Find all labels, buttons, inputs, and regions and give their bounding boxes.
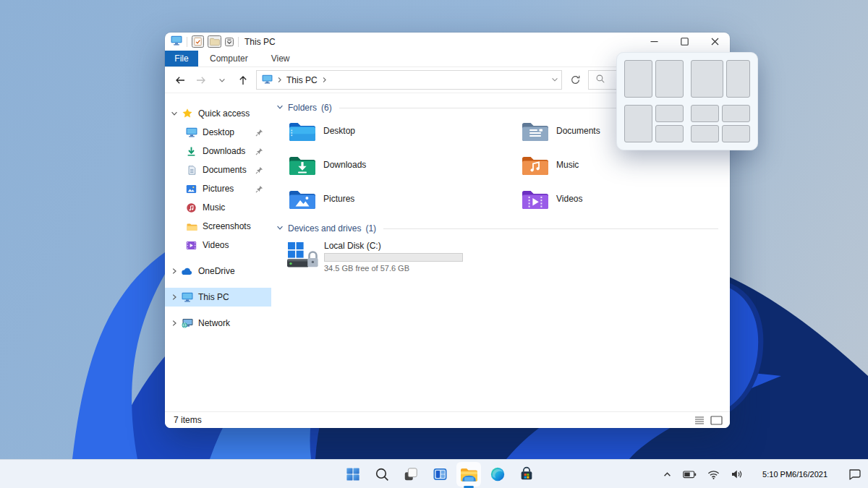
- title-bar: This PC: [165, 33, 730, 51]
- volume-icon[interactable]: [731, 469, 742, 479]
- notification-bubble-icon[interactable]: [848, 468, 861, 480]
- new-folder-button[interactable]: [208, 35, 221, 48]
- address-dropdown-chevron-icon[interactable]: [551, 75, 558, 85]
- taskbar-clock[interactable]: 5:10 PM 6/16/2021: [762, 470, 827, 479]
- snap-layout-four-quadrants[interactable]: [691, 105, 750, 142]
- folder-tile-desktop[interactable]: Desktop: [289, 117, 522, 145]
- drive-free-space: 34.5 GB free of 57.6 GB: [324, 264, 463, 273]
- local-disk-bitlocker-icon: [286, 240, 318, 273]
- search-button[interactable]: [367, 460, 396, 488]
- snap-layout-left-large-right-stacked[interactable]: [624, 105, 684, 142]
- star-icon: [181, 108, 193, 120]
- back-icon[interactable]: [172, 72, 188, 88]
- close-button[interactable]: [699, 33, 730, 51]
- forward-icon[interactable]: [193, 72, 209, 88]
- chevron-right-icon[interactable]: [169, 267, 179, 275]
- folder-videos-icon: [522, 188, 549, 210]
- sidebar-item-desktop[interactable]: Desktop: [165, 123, 271, 142]
- section-header-devices[interactable]: Devices and drives (1): [273, 221, 730, 236]
- task-view-button[interactable]: [396, 460, 425, 488]
- file-explorer-button[interactable]: [454, 460, 483, 488]
- divider: [383, 228, 718, 229]
- section-count: (6): [321, 103, 332, 113]
- battery-icon[interactable]: [683, 471, 697, 479]
- address-bar[interactable]: This PC: [256, 70, 562, 90]
- folder-tile-downloads[interactable]: Downloads: [289, 151, 522, 179]
- breadcrumb-chevron-icon[interactable]: [321, 75, 328, 85]
- sidebar-item-quick-access[interactable]: Quick access: [165, 104, 271, 123]
- taskbar-center-icons: [339, 460, 541, 488]
- downloads-icon: [185, 145, 197, 158]
- snap-zone[interactable]: [722, 125, 750, 142]
- snap-zone[interactable]: [691, 125, 719, 142]
- properties-button[interactable]: [192, 35, 204, 48]
- document-icon: [185, 164, 197, 176]
- snap-zone[interactable]: [655, 125, 684, 142]
- drive-label: Local Disk (C:): [324, 241, 463, 251]
- snap-zone[interactable]: [624, 60, 652, 98]
- breadcrumb-chevron-icon[interactable]: [276, 75, 283, 85]
- minimize-button[interactable]: [639, 33, 669, 51]
- snap-layouts-flyout: [616, 52, 758, 150]
- chevron-down-icon[interactable]: [276, 223, 284, 234]
- snap-zone[interactable]: [722, 105, 750, 122]
- sidebar-item-onedrive[interactable]: OneDrive: [165, 262, 271, 281]
- chevron-right-icon[interactable]: [169, 294, 179, 301]
- sidebar-item-label: Quick access: [198, 108, 250, 119]
- sidebar-item-screenshots[interactable]: Screenshots: [165, 217, 271, 236]
- pin-icon: [255, 129, 263, 137]
- folder-label: Downloads: [323, 160, 366, 170]
- hidden-icons-chevron-icon[interactable]: [663, 470, 672, 479]
- sidebar-item-documents[interactable]: Documents: [165, 160, 271, 179]
- snap-layout-two-columns-wide-left[interactable]: [691, 60, 750, 98]
- folder-tile-pictures[interactable]: Pictures: [289, 185, 522, 213]
- pin-icon: [255, 185, 263, 193]
- large-icons-view-icon[interactable]: [710, 416, 723, 425]
- sidebar-item-videos[interactable]: Videos: [165, 236, 271, 254]
- chevron-down-icon[interactable]: [276, 103, 284, 113]
- snap-zone[interactable]: [726, 60, 750, 98]
- refresh-icon[interactable]: [567, 72, 583, 88]
- recent-locations-chevron-icon[interactable]: [214, 72, 230, 88]
- sidebar-item-network[interactable]: Network: [165, 314, 271, 333]
- edge-button[interactable]: [483, 460, 512, 488]
- folder-pictures-icon: [289, 188, 316, 210]
- sidebar-item-pictures[interactable]: Pictures: [165, 179, 271, 198]
- up-icon[interactable]: [235, 72, 251, 88]
- folder-music-icon: [522, 154, 549, 176]
- desktop-icon: [185, 127, 197, 139]
- folder-icon: [185, 221, 197, 233]
- start-button[interactable]: [339, 460, 367, 488]
- tab-view[interactable]: View: [260, 51, 302, 67]
- divider: [187, 37, 187, 47]
- snap-zone[interactable]: [691, 60, 723, 98]
- tab-file[interactable]: File: [165, 51, 198, 67]
- widgets-button[interactable]: [425, 460, 454, 488]
- maximize-button[interactable]: [669, 33, 699, 51]
- this-pc-icon: [262, 74, 273, 86]
- snap-zone[interactable]: [624, 105, 652, 142]
- sidebar-item-label: Desktop: [203, 127, 234, 137]
- breadcrumb[interactable]: This PC: [286, 75, 318, 85]
- tab-computer[interactable]: Computer: [198, 51, 260, 67]
- snap-layout-two-columns-equal[interactable]: [624, 60, 684, 98]
- folder-tile-videos[interactable]: Videos: [522, 185, 730, 213]
- sidebar-item-this-pc[interactable]: This PC: [165, 288, 271, 307]
- folder-tile-music[interactable]: Music: [522, 151, 730, 179]
- customize-qat-caret-icon[interactable]: [225, 38, 234, 46]
- wifi-icon[interactable]: [707, 470, 720, 479]
- sidebar-item-label: Network: [198, 318, 230, 328]
- details-view-icon[interactable]: [694, 416, 705, 424]
- chevron-right-icon[interactable]: [169, 320, 179, 327]
- sidebar-item-music[interactable]: Music: [165, 198, 271, 217]
- drive-tile-local-disk[interactable]: Local Disk (C:) 34.5 GB free of 57.6 GB: [273, 240, 730, 273]
- desktop: { "theme": { "accent": "#1467b8", "selec…: [0, 0, 868, 488]
- sidebar-item-downloads[interactable]: Downloads: [165, 142, 271, 160]
- chevron-down-icon[interactable]: [169, 110, 179, 117]
- sidebar-item-label: Pictures: [203, 184, 234, 194]
- snap-zone[interactable]: [655, 60, 684, 98]
- snap-zone[interactable]: [655, 105, 684, 122]
- this-pc-icon: [171, 35, 182, 48]
- snap-zone[interactable]: [691, 105, 719, 122]
- store-button[interactable]: [512, 460, 541, 488]
